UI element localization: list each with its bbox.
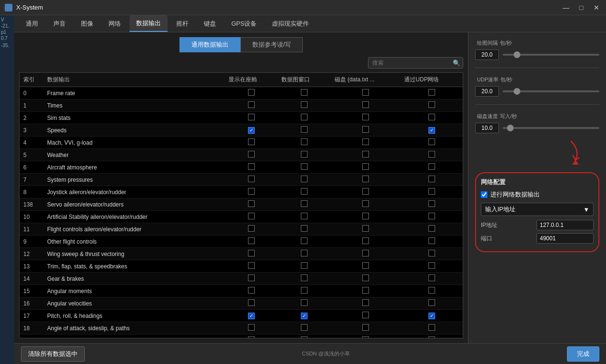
checkbox-cockpit[interactable] (248, 225, 255, 232)
cell-udp[interactable] (400, 273, 463, 285)
maximize-button[interactable]: □ (576, 4, 586, 11)
subtab-general-out[interactable]: 通用数据输出 (179, 37, 240, 52)
cell-disk[interactable] (331, 124, 401, 137)
clear-button[interactable]: 清除所有数据选中 (21, 346, 85, 362)
disk-speed-thumb[interactable] (507, 125, 514, 131)
checkbox-disk[interactable] (362, 237, 369, 244)
cell-udp[interactable] (400, 137, 463, 149)
cell-udp[interactable] (400, 112, 463, 124)
checkbox-cockpit[interactable] (248, 213, 255, 219)
checkbox-udp[interactable] (428, 287, 435, 294)
checkbox-cockpit[interactable] (248, 336, 255, 338)
cell-udp[interactable] (400, 161, 463, 174)
cell-cockpit[interactable] (225, 124, 278, 137)
checkbox-disk[interactable] (362, 163, 369, 170)
cell-disk[interactable] (331, 161, 401, 174)
checkbox-cockpit[interactable] (248, 89, 255, 96)
checkbox-cockpit[interactable] (248, 176, 255, 182)
network-enable-label[interactable]: 进行网络数据输出 (490, 190, 540, 199)
cell-disk[interactable] (331, 174, 401, 186)
cell-cockpit[interactable] (225, 223, 278, 236)
checkbox-cockpit[interactable] (248, 275, 255, 281)
checkbox-udp[interactable] (428, 101, 435, 108)
tab-sound[interactable]: 声音 (47, 15, 72, 32)
cell-window[interactable] (278, 112, 330, 124)
checkbox-udp[interactable] (428, 250, 435, 256)
checkbox-window[interactable] (301, 163, 308, 170)
cell-window[interactable] (278, 334, 330, 339)
cell-window[interactable] (278, 161, 330, 174)
tab-general[interactable]: 通用 (19, 15, 45, 32)
cell-disk[interactable] (331, 186, 401, 198)
cell-udp[interactable] (400, 334, 463, 339)
checkbox-disk[interactable] (362, 250, 369, 256)
cell-udp[interactable] (400, 236, 463, 248)
checkbox-udp[interactable] (428, 213, 435, 219)
checkbox-disk[interactable] (362, 126, 369, 133)
checkbox-cockpit[interactable] (248, 299, 255, 306)
cell-window[interactable] (278, 322, 330, 334)
checkbox-udp[interactable] (428, 262, 435, 269)
cell-cockpit[interactable] (225, 285, 278, 297)
cell-disk[interactable] (331, 236, 401, 248)
port-input[interactable] (536, 233, 594, 244)
checkbox-udp[interactable] (428, 151, 435, 157)
checkbox-disk[interactable] (362, 275, 369, 281)
checkbox-window[interactable] (301, 262, 308, 269)
checkbox-udp[interactable] (428, 336, 435, 338)
checkbox-udp[interactable] (428, 138, 435, 145)
subtab-ref-rw[interactable]: 数据参考读/写 (240, 37, 303, 52)
cell-disk[interactable] (331, 248, 401, 260)
checkbox-udp[interactable] (428, 127, 435, 134)
cell-disk[interactable] (331, 310, 401, 322)
cell-disk[interactable] (331, 285, 401, 297)
cell-disk[interactable] (331, 211, 401, 223)
checkbox-cockpit[interactable] (248, 163, 255, 170)
cell-window[interactable] (278, 248, 330, 260)
checkbox-udp[interactable] (428, 163, 435, 170)
cell-disk[interactable] (331, 260, 401, 273)
checkbox-window[interactable] (301, 101, 308, 108)
cell-window[interactable] (278, 223, 330, 236)
cell-udp[interactable] (400, 87, 463, 99)
cell-cockpit[interactable] (225, 310, 278, 322)
cell-disk[interactable] (331, 273, 401, 285)
cell-window[interactable] (278, 260, 330, 273)
checkbox-disk[interactable] (362, 262, 369, 269)
cell-cockpit[interactable] (225, 161, 278, 174)
draw-rate-input[interactable] (475, 49, 499, 60)
cell-cockpit[interactable] (225, 87, 278, 99)
checkbox-window[interactable] (301, 188, 308, 195)
checkbox-cockpit[interactable] (248, 313, 255, 319)
cell-cockpit[interactable] (225, 99, 278, 112)
checkbox-cockpit[interactable] (248, 101, 255, 108)
cell-cockpit[interactable] (225, 260, 278, 273)
cell-window[interactable] (278, 137, 330, 149)
cell-udp[interactable] (400, 174, 463, 186)
checkbox-udp[interactable] (428, 114, 435, 120)
checkbox-window[interactable] (301, 336, 308, 338)
checkbox-udp[interactable] (428, 237, 435, 244)
checkbox-disk[interactable] (362, 213, 369, 219)
checkbox-cockpit[interactable] (248, 138, 255, 145)
cell-disk[interactable] (331, 334, 401, 339)
cell-window[interactable] (278, 285, 330, 297)
checkbox-window[interactable] (301, 313, 308, 319)
cell-window[interactable] (278, 124, 330, 137)
checkbox-window[interactable] (301, 287, 308, 294)
cell-udp[interactable] (400, 124, 463, 137)
checkbox-window[interactable] (301, 275, 308, 281)
checkbox-udp[interactable] (428, 225, 435, 232)
checkbox-udp[interactable] (428, 176, 435, 182)
tab-network[interactable]: 网络 (102, 15, 128, 32)
checkbox-window[interactable] (301, 213, 308, 219)
close-button[interactable]: ✕ (592, 4, 601, 11)
cell-udp[interactable] (400, 260, 463, 273)
checkbox-disk[interactable] (362, 188, 369, 195)
checkbox-disk[interactable] (362, 200, 369, 207)
tab-graphics[interactable]: 图像 (74, 15, 100, 32)
network-enable-checkbox[interactable] (481, 191, 487, 198)
checkbox-disk[interactable] (362, 225, 369, 232)
checkbox-disk[interactable] (362, 114, 369, 120)
cell-disk[interactable] (331, 99, 401, 112)
